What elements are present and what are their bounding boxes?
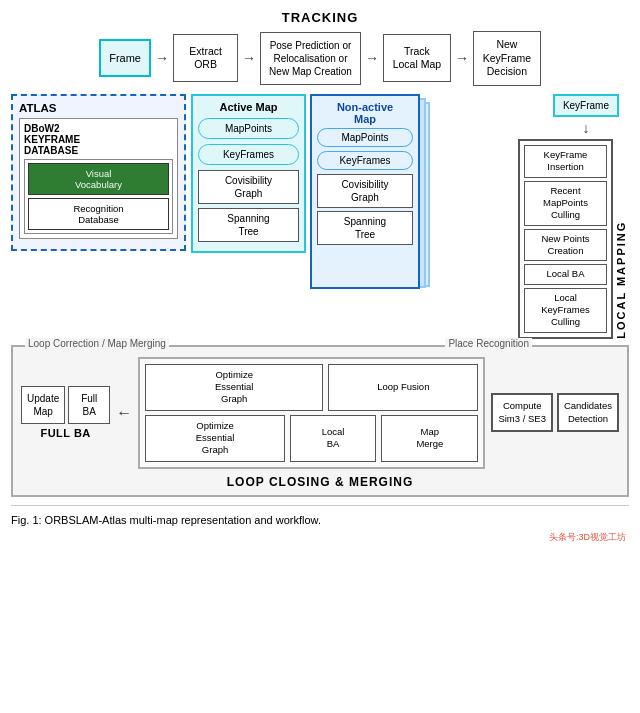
nonactive-title: Non-activeMap xyxy=(317,101,413,125)
active-map-box: Active Map MapPoints KeyFrames Covisibil… xyxy=(191,94,306,253)
place-recog-label: Place Recognition xyxy=(445,338,532,349)
arrow-3: → xyxy=(361,52,383,64)
na-mappoints: MapPoints xyxy=(317,128,413,147)
covisibility-rect: CovisibilityGraph xyxy=(198,170,299,204)
atlas-title: ATLAS xyxy=(19,102,178,114)
loop-closing-section: Loop Correction / Map Merging Place Reco… xyxy=(11,345,629,497)
tracking-title: TRACKING xyxy=(11,10,629,25)
active-map-title: Active Map xyxy=(198,101,299,113)
loop-fusion-box: Loop Fusion xyxy=(328,364,478,411)
compute-sim3-box: ComputeSim3 / SE3 xyxy=(491,393,553,432)
nonactive-maps-stack: Non-activeMap MapPoints KeyFrames Covisi… xyxy=(310,94,430,294)
update-map-box: UpdateMap xyxy=(21,386,65,424)
full-ba-label: FULL BA xyxy=(40,427,90,439)
dbow2-inner: VisualVocabulary RecognitionDatabase xyxy=(24,159,173,234)
na-keyframes: KeyFrames xyxy=(317,151,413,170)
na-covisibility: CovisibilityGraph xyxy=(317,174,413,208)
lm-local-kf-cull: LocalKeyFramesCulling xyxy=(524,288,607,333)
arrow-2: → xyxy=(238,52,260,64)
optimize-essential-bottom: OptimizeEssentialGraph xyxy=(145,415,285,462)
arrow-4: → xyxy=(451,52,473,64)
lm-kf-insertion: KeyFrameInsertion xyxy=(524,145,607,178)
place-recog-section: ComputeSim3 / SE3 CandidatesDetection xyxy=(491,393,619,432)
local-mapping-col: KeyFrameInsertion RecentMapPointsCulling… xyxy=(518,139,613,339)
map-merge-box: MapMerge xyxy=(381,415,478,462)
keyframe-box: KeyFrame xyxy=(553,94,619,117)
full-ba-box: FullBA xyxy=(68,386,110,424)
full-ba-section: UpdateMap FullBA FULL BA xyxy=(21,386,110,439)
vocab-box: VisualVocabulary xyxy=(28,163,169,195)
nonactive-map-front: Non-activeMap MapPoints KeyFrames Covisi… xyxy=(310,94,420,289)
dbow2-box: DBoW2KEYFRAMEDATABASE VisualVocabulary R… xyxy=(19,118,178,239)
tracking-row: Frame → ExtractORB → Pose Prediction orR… xyxy=(11,31,629,86)
atlas-box: ATLAS DBoW2KEYFRAMEDATABASE VisualVocabu… xyxy=(11,94,186,251)
arrow-down-kf: ↓ xyxy=(553,121,619,135)
extract-orb-box: ExtractORB xyxy=(173,34,238,82)
track-local-map-box: TrackLocal Map xyxy=(383,34,451,82)
optimize-essential-top: OptimizeEssentialGraph xyxy=(145,364,323,411)
spanning-rect: SpanningTree xyxy=(198,208,299,242)
mappoints-oval: MapPoints xyxy=(198,118,299,139)
frame-box: Frame xyxy=(99,39,151,77)
new-keyframe-box: NewKeyFrameDecision xyxy=(473,31,541,86)
loop-correction-label: Loop Correction / Map Merging xyxy=(25,338,169,349)
loop-correction-inner: OptimizeEssentialGraph Loop Fusion Optim… xyxy=(138,357,485,469)
arrow-left-fullba: ← xyxy=(116,404,132,422)
candidates-detection-box: CandidatesDetection xyxy=(557,393,619,432)
local-mapping-label: LOCAL MAPPING xyxy=(613,139,629,339)
local-ba-lc: LocalBA xyxy=(290,415,376,462)
keyframes-oval: KeyFrames xyxy=(198,144,299,165)
arrow-1: → xyxy=(151,52,173,64)
loop-closing-title: LOOP CLOSING & MERGING xyxy=(21,475,619,489)
lm-new-points: New PointsCreation xyxy=(524,229,607,262)
na-spanning: SpanningTree xyxy=(317,211,413,245)
fig-caption: Fig. 1: ORBSLAM-Atlas multi-map represen… xyxy=(11,505,629,529)
recog-box: RecognitionDatabase xyxy=(28,198,169,230)
pose-pred-box: Pose Prediction orRelocalisation orNew M… xyxy=(260,32,361,85)
watermark: 头条号:3D视觉工坊 xyxy=(546,531,629,543)
lm-local-ba: Local BA xyxy=(524,264,607,284)
lm-recent-cull: RecentMapPointsCulling xyxy=(524,181,607,226)
